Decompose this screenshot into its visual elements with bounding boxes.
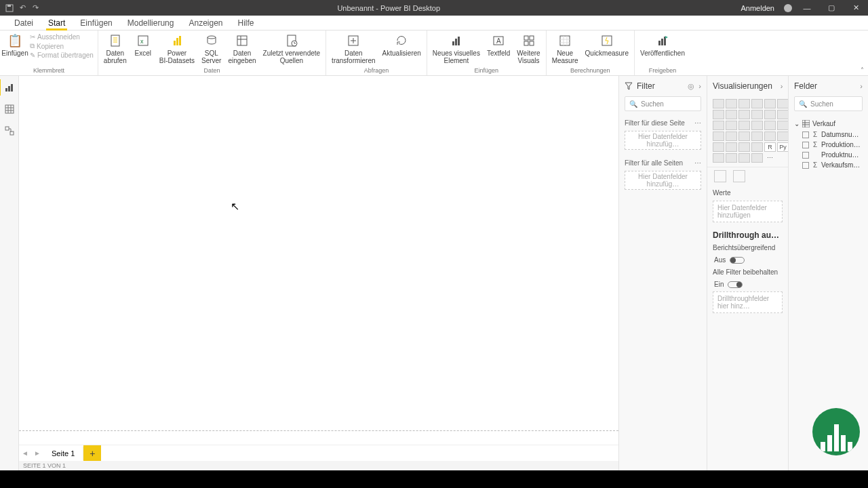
- viz-clustered-column[interactable]: [751, 99, 763, 108]
- maximize-button[interactable]: ▢: [822, 0, 841, 16]
- viz-kpi[interactable]: [713, 142, 724, 152]
- viz-qa[interactable]: [738, 153, 750, 163]
- checkbox[interactable]: [802, 131, 809, 138]
- field-produktion[interactable]: ΣProduktion…: [793, 140, 864, 150]
- viz-pie[interactable]: [751, 121, 763, 130]
- more-visuals-button[interactable]: Weitere Visuals: [515, 32, 541, 64]
- filters-all-dropzone[interactable]: Hier Datenfelder hinzufüg…: [625, 171, 701, 190]
- viz-stacked-column[interactable]: [726, 99, 737, 108]
- viz-treemap[interactable]: [777, 121, 789, 130]
- excel-button[interactable]: xExcel: [132, 32, 154, 57]
- viz-map[interactable]: [713, 131, 724, 141]
- field-produktnu[interactable]: Produktnu…: [793, 150, 864, 160]
- viz-line-stacked[interactable]: [751, 110, 763, 119]
- viz-collapse-icon[interactable]: ›: [781, 82, 783, 90]
- table-verkauf[interactable]: ⌄ Verkauf: [793, 118, 864, 129]
- textbox-icon: A: [491, 33, 506, 48]
- viz-slicer[interactable]: [726, 142, 737, 152]
- viz-filled-map[interactable]: [726, 131, 737, 141]
- avatar-icon[interactable]: [784, 4, 792, 12]
- field-verkaufsme[interactable]: ΣVerkaufsme…: [793, 160, 864, 170]
- more-visuals-icon: [521, 33, 536, 48]
- viz-stacked-bar[interactable]: [713, 99, 724, 108]
- textbox-button[interactable]: ATextfeld: [486, 32, 511, 57]
- viz-waterfall[interactable]: [713, 121, 724, 130]
- viz-100-bar[interactable]: [764, 99, 776, 108]
- page-prev-button[interactable]: ◄: [19, 449, 31, 457]
- tab-datei[interactable]: Datei: [7, 16, 41, 30]
- page-next-button[interactable]: ►: [31, 449, 43, 457]
- fields-search-input[interactable]: 🔍Suchen: [794, 96, 863, 111]
- minimize-button[interactable]: —: [797, 0, 816, 16]
- viz-ribbon[interactable]: [777, 110, 789, 119]
- filters-page-dropzone[interactable]: Hier Datenfelder hinzufüg…: [625, 131, 701, 150]
- filter-collapse-icon[interactable]: ›: [698, 82, 701, 90]
- more-icon[interactable]: ⋯: [694, 119, 701, 127]
- tab-start[interactable]: Start: [41, 16, 73, 30]
- report-canvas[interactable]: ↖ ◄ ► Seite 1 + SEITE 1 VON 1: [19, 76, 618, 470]
- viz-shape-map[interactable]: [738, 131, 750, 141]
- transform-data-button[interactable]: Daten transformieren: [330, 32, 376, 64]
- viz-arcgis[interactable]: [751, 153, 763, 163]
- viz-card[interactable]: [764, 131, 776, 141]
- viz-multi-card[interactable]: [777, 131, 789, 141]
- data-view-button[interactable]: [3, 103, 16, 115]
- redo-icon[interactable]: ↷: [30, 3, 41, 14]
- viz-py[interactable]: Py: [777, 142, 789, 152]
- viz-clustered-bar[interactable]: [738, 99, 750, 108]
- viz-donut[interactable]: [764, 121, 776, 130]
- viz-table[interactable]: [738, 142, 750, 152]
- tab-modellierung[interactable]: Modellierung: [120, 16, 182, 30]
- pbi-datasets-button[interactable]: Power BI-Datasets: [158, 32, 196, 64]
- cross-report-toggle[interactable]: [730, 257, 745, 264]
- viz-scatter[interactable]: [738, 121, 750, 130]
- enter-data-button[interactable]: Daten eingeben: [226, 32, 257, 64]
- refresh-button[interactable]: Aktualisieren: [381, 32, 422, 57]
- new-measure-button[interactable]: Neue Measure: [551, 32, 580, 64]
- viz-line-clustered[interactable]: [764, 110, 776, 119]
- add-page-button[interactable]: +: [83, 445, 101, 462]
- recent-sources-button[interactable]: Zuletzt verwendete Quellen: [262, 32, 322, 64]
- publish-button[interactable]: Veröffentlichen: [639, 32, 686, 57]
- drillthrough-dropzone[interactable]: Drillthroughfelder hier hinz…: [713, 291, 783, 313]
- viz-stacked-area[interactable]: [738, 110, 750, 119]
- field-datumsnu[interactable]: ΣDatumsnu…: [793, 129, 864, 140]
- format-tab-button[interactable]: [733, 170, 745, 182]
- checkbox[interactable]: [802, 162, 809, 169]
- paste-button[interactable]: 📋 Einfügen: [4, 32, 26, 57]
- sql-server-button[interactable]: SQL Server: [200, 32, 222, 64]
- undo-icon[interactable]: ↶: [17, 3, 28, 14]
- model-view-button[interactable]: [3, 125, 16, 137]
- viz-area[interactable]: [726, 110, 737, 119]
- values-dropzone[interactable]: Hier Datenfelder hinzufügen: [713, 201, 783, 222]
- checkbox[interactable]: [802, 142, 809, 148]
- collapse-ribbon-icon[interactable]: ˄: [861, 66, 864, 74]
- fields-collapse-icon[interactable]: ›: [860, 82, 863, 90]
- tab-hilfe[interactable]: Hilfe: [231, 16, 262, 30]
- new-visual-button[interactable]: Neues visuelles Element: [431, 32, 481, 64]
- viz-funnel[interactable]: [726, 121, 737, 130]
- quick-measure-button[interactable]: Quickmeasure: [584, 32, 630, 57]
- viz-r[interactable]: R: [764, 142, 776, 152]
- report-view-button[interactable]: [3, 81, 16, 94]
- tab-einfuegen[interactable]: Einfügen: [73, 16, 119, 30]
- viz-more[interactable]: ⋯: [764, 153, 776, 163]
- checkbox[interactable]: [802, 152, 809, 159]
- viz-matrix[interactable]: [751, 142, 763, 152]
- viz-gauge[interactable]: [751, 131, 763, 141]
- get-data-button[interactable]: Daten abrufen: [102, 32, 128, 64]
- fields-tab-button[interactable]: [714, 170, 726, 182]
- filter-search-input[interactable]: 🔍Suchen: [625, 96, 701, 111]
- close-button[interactable]: ✕: [846, 0, 865, 16]
- viz-100-column[interactable]: [777, 99, 789, 108]
- viz-line[interactable]: [713, 110, 724, 119]
- viz-key-influencers[interactable]: [713, 153, 724, 163]
- signin-button[interactable]: Anmelden: [736, 3, 778, 14]
- viz-decomposition[interactable]: [726, 153, 737, 163]
- keep-filters-toggle[interactable]: [728, 281, 743, 288]
- tab-anzeigen[interactable]: Anzeigen: [181, 16, 230, 30]
- filter-view-icon[interactable]: ◎: [688, 82, 694, 91]
- more-icon[interactable]: ⋯: [694, 159, 701, 167]
- save-icon[interactable]: [4, 3, 15, 14]
- page-tab-1[interactable]: Seite 1: [43, 447, 83, 460]
